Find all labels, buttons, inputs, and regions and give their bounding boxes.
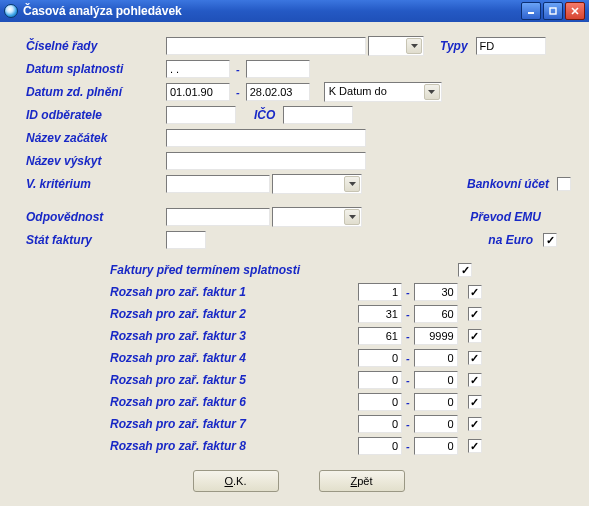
range-row: Rozsah pro zař. faktur 4- [110, 348, 571, 368]
ciselne-rady-input[interactable] [166, 37, 366, 55]
id-odberatele-input[interactable] [166, 106, 236, 124]
range-checkbox[interactable] [468, 307, 482, 321]
v-kriterium-input[interactable] [166, 175, 270, 193]
dash-icon: - [406, 330, 410, 342]
range-from-input[interactable] [358, 437, 402, 455]
splatnost-from-input[interactable] [166, 60, 230, 78]
svg-rect-0 [528, 12, 534, 14]
odpovednost-select[interactable] [272, 207, 362, 227]
svg-marker-5 [428, 90, 435, 94]
label-prevod-emu-2: na Euro [488, 233, 533, 247]
chevron-down-icon [344, 176, 360, 192]
k-datum-select[interactable]: K Datum do [324, 82, 442, 102]
window-title: Časová analýza pohledávek [23, 4, 521, 18]
dash-icon: - [406, 352, 410, 364]
range-checkbox[interactable] [468, 439, 482, 453]
ciselne-rady-select[interactable] [368, 36, 424, 56]
range-to-input[interactable] [414, 415, 458, 433]
range-label: Rozsah pro zař. faktur 6 [110, 395, 358, 409]
dash-icon: - [406, 308, 410, 320]
dash-icon: - [236, 63, 240, 75]
range-to-input[interactable] [414, 437, 458, 455]
range-label: Rozsah pro zař. faktur 3 [110, 329, 358, 343]
label-typy: Typy [440, 39, 468, 53]
typy-input[interactable] [476, 37, 546, 55]
splatnost-to-input[interactable] [246, 60, 310, 78]
label-odpovednost: Odpovědnost [26, 210, 166, 224]
odpovednost-input[interactable] [166, 208, 270, 226]
label-datum-zd: Datum zd. plnění [26, 85, 166, 99]
range-section: Faktury před termínem splatnosti Rozsah … [110, 260, 571, 456]
range-checkbox[interactable] [468, 285, 482, 299]
range-from-input[interactable] [358, 327, 402, 345]
stat-faktury-input[interactable] [166, 231, 206, 249]
chevron-down-icon [406, 38, 422, 54]
v-kriterium-select[interactable] [272, 174, 362, 194]
range-to-input[interactable] [414, 283, 458, 301]
nazev-zacatek-input[interactable] [166, 129, 366, 147]
range-checkbox[interactable] [468, 329, 482, 343]
range-checkbox[interactable] [468, 351, 482, 365]
range-row: Rozsah pro zař. faktur 8- [110, 436, 571, 456]
range-label: Rozsah pro zař. faktur 1 [110, 285, 358, 299]
range-to-input[interactable] [414, 327, 458, 345]
dash-icon: - [406, 440, 410, 452]
range-from-input[interactable] [358, 393, 402, 411]
chevron-down-icon [344, 209, 360, 225]
label-v-kriterium: V. kritérium [26, 177, 166, 191]
range-checkbox[interactable] [468, 417, 482, 431]
label-datum-splatnosti: Datum splatnosti [26, 62, 166, 76]
range-row: Rozsah pro zař. faktur 2- [110, 304, 571, 324]
svg-marker-7 [349, 215, 356, 219]
prevod-emu-checkbox[interactable] [543, 233, 557, 247]
range-checkbox[interactable] [468, 395, 482, 409]
k-datum-value: K Datum do [325, 83, 423, 101]
range-row: Rozsah pro zař. faktur 1- [110, 282, 571, 302]
label-ciselne-rady: Číselné řady [26, 39, 166, 53]
dash-icon: - [406, 396, 410, 408]
dash-icon: - [406, 286, 410, 298]
dash-icon: - [406, 418, 410, 430]
close-button[interactable] [565, 2, 585, 20]
range-label: Rozsah pro zař. faktur 5 [110, 373, 358, 387]
form-panel: Číselné řady Typy Datum splatnosti - Dat… [0, 22, 589, 506]
range-from-input[interactable] [358, 349, 402, 367]
range-from-input[interactable] [358, 305, 402, 323]
range-checkbox[interactable] [468, 373, 482, 387]
svg-marker-4 [411, 44, 418, 48]
svg-rect-1 [550, 8, 556, 14]
range-row: Rozsah pro zař. faktur 3- [110, 326, 571, 346]
range-label: Rozsah pro zař. faktur 4 [110, 351, 358, 365]
maximize-button[interactable] [543, 2, 563, 20]
range-to-input[interactable] [414, 393, 458, 411]
label-nazev-vyskyt: Název výskyt [26, 154, 166, 168]
range-to-input[interactable] [414, 305, 458, 323]
svg-marker-6 [349, 182, 356, 186]
range-from-input[interactable] [358, 371, 402, 389]
minimize-button[interactable] [521, 2, 541, 20]
ok-button[interactable]: O.K. [193, 470, 279, 492]
bankovni-ucet-checkbox[interactable] [557, 177, 571, 191]
range-to-input[interactable] [414, 349, 458, 367]
chevron-down-icon [424, 84, 440, 100]
titlebar: Časová analýza pohledávek [0, 0, 589, 22]
ico-input[interactable] [283, 106, 353, 124]
nazev-vyskyt-input[interactable] [166, 152, 366, 170]
faktury-pred-checkbox[interactable] [458, 263, 472, 277]
zd-to-input[interactable] [246, 83, 310, 101]
dash-icon: - [406, 374, 410, 386]
zd-from-input[interactable] [166, 83, 230, 101]
range-row: Rozsah pro zař. faktur 6- [110, 392, 571, 412]
dash-icon: - [236, 86, 240, 98]
range-from-input[interactable] [358, 415, 402, 433]
range-row: Rozsah pro zař. faktur 7- [110, 414, 571, 434]
label-bankovni-ucet: Bankovní účet [467, 177, 549, 191]
label-id-odberatele: ID odběratele [26, 108, 166, 122]
label-faktury-pred: Faktury před termínem splatnosti [110, 263, 458, 277]
label-prevod-emu-1: Převod EMU [470, 210, 541, 224]
range-label: Rozsah pro zař. faktur 2 [110, 307, 358, 321]
label-stat-faktury: Stát faktury [26, 233, 166, 247]
range-from-input[interactable] [358, 283, 402, 301]
range-to-input[interactable] [414, 371, 458, 389]
back-button[interactable]: Zpět [319, 470, 405, 492]
